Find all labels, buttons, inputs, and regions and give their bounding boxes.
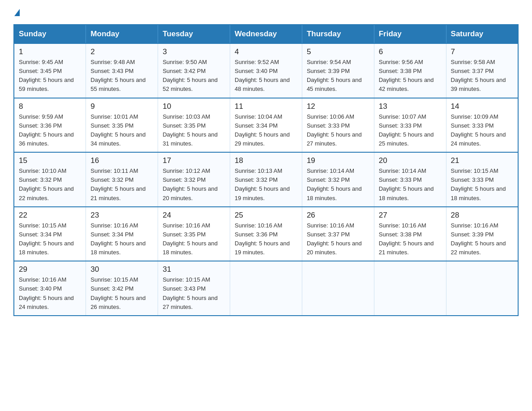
day-number: 21 [451, 156, 513, 165]
calendar-cell: 5Sunrise: 9:54 AMSunset: 3:39 PMDaylight… [302, 43, 374, 98]
calendar-cell: 19Sunrise: 10:14 AMSunset: 3:32 PMDaylig… [302, 152, 374, 207]
calendar-cell: 8Sunrise: 9:59 AMSunset: 3:36 PMDaylight… [14, 98, 86, 153]
day-info: Sunrise: 10:16 AMSunset: 3:34 PMDaylight… [90, 221, 153, 257]
day-number: 17 [163, 156, 225, 165]
calendar-cell: 29Sunrise: 10:16 AMSunset: 3:40 PMDaylig… [14, 261, 86, 316]
calendar-week-row: 8Sunrise: 9:59 AMSunset: 3:36 PMDaylight… [14, 98, 518, 153]
calendar-cell: 11Sunrise: 10:04 AMSunset: 3:34 PMDaylig… [230, 98, 302, 153]
day-info: Sunrise: 9:45 AMSunset: 3:45 PMDaylight:… [19, 58, 81, 94]
day-number: 5 [307, 47, 369, 56]
calendar-cell: 24Sunrise: 10:16 AMSunset: 3:35 PMDaylig… [158, 207, 230, 261]
day-info: Sunrise: 10:16 AMSunset: 3:36 PMDaylight… [235, 221, 297, 257]
logo [13, 9, 21, 16]
day-info: Sunrise: 10:13 AMSunset: 3:32 PMDaylight… [235, 167, 297, 203]
day-number: 28 [451, 211, 513, 220]
calendar-cell: 16Sunrise: 10:11 AMSunset: 3:32 PMDaylig… [86, 152, 158, 207]
day-number: 16 [90, 156, 153, 165]
day-number: 23 [90, 211, 153, 220]
day-info: Sunrise: 9:48 AMSunset: 3:43 PMDaylight:… [90, 58, 153, 94]
day-number: 22 [19, 211, 81, 220]
calendar-week-row: 1Sunrise: 9:45 AMSunset: 3:45 PMDaylight… [14, 43, 518, 98]
header-friday: Friday [374, 25, 446, 43]
day-info: Sunrise: 10:06 AMSunset: 3:33 PMDaylight… [307, 112, 369, 149]
day-info: Sunrise: 10:10 AMSunset: 3:32 PMDaylight… [19, 167, 81, 203]
calendar-cell: 18Sunrise: 10:13 AMSunset: 3:32 PMDaylig… [230, 152, 302, 207]
calendar-cell [302, 261, 374, 316]
day-info: Sunrise: 10:15 AMSunset: 3:33 PMDaylight… [451, 167, 513, 203]
calendar-cell: 12Sunrise: 10:06 AMSunset: 3:33 PMDaylig… [302, 98, 374, 153]
day-number: 20 [379, 156, 442, 165]
day-number: 7 [451, 47, 513, 56]
day-info: Sunrise: 10:15 AMSunset: 3:34 PMDaylight… [19, 221, 81, 257]
calendar-table: Sunday Monday Tuesday Wednesday Thursday… [13, 24, 519, 316]
logo-triangle-icon [14, 9, 20, 16]
calendar-cell: 2Sunrise: 9:48 AMSunset: 3:43 PMDaylight… [86, 43, 158, 98]
header-saturday: Saturday [446, 25, 518, 43]
day-number: 2 [90, 47, 153, 56]
day-info: Sunrise: 9:50 AMSunset: 3:42 PMDaylight:… [163, 58, 225, 94]
calendar-week-row: 22Sunrise: 10:15 AMSunset: 3:34 PMDaylig… [14, 207, 518, 261]
page-header [13, 9, 519, 16]
header-monday: Monday [86, 25, 158, 43]
day-info: Sunrise: 10:16 AMSunset: 3:40 PMDaylight… [19, 275, 81, 312]
calendar-cell: 15Sunrise: 10:10 AMSunset: 3:32 PMDaylig… [14, 152, 86, 207]
day-number: 1 [19, 47, 81, 56]
day-info: Sunrise: 10:14 AMSunset: 3:33 PMDaylight… [379, 167, 442, 203]
day-number: 26 [307, 211, 369, 220]
calendar-week-row: 29Sunrise: 10:16 AMSunset: 3:40 PMDaylig… [14, 261, 518, 316]
day-number: 15 [19, 156, 81, 165]
day-number: 18 [235, 156, 297, 165]
day-info: Sunrise: 10:16 AMSunset: 3:39 PMDaylight… [451, 221, 513, 257]
calendar-week-row: 15Sunrise: 10:10 AMSunset: 3:32 PMDaylig… [14, 152, 518, 207]
day-number: 27 [379, 211, 442, 220]
day-info: Sunrise: 9:56 AMSunset: 3:38 PMDaylight:… [379, 58, 442, 94]
header-sunday: Sunday [14, 25, 86, 43]
day-info: Sunrise: 10:04 AMSunset: 3:34 PMDaylight… [235, 112, 297, 149]
day-number: 3 [163, 47, 225, 56]
header-thursday: Thursday [302, 25, 374, 43]
day-number: 6 [379, 47, 442, 56]
day-info: Sunrise: 9:54 AMSunset: 3:39 PMDaylight:… [307, 58, 369, 94]
day-info: Sunrise: 10:12 AMSunset: 3:32 PMDaylight… [163, 167, 225, 203]
day-number: 24 [163, 211, 225, 220]
day-number: 30 [90, 265, 153, 274]
header-wednesday: Wednesday [230, 25, 302, 43]
calendar-cell: 6Sunrise: 9:56 AMSunset: 3:38 PMDaylight… [374, 43, 446, 98]
calendar-cell [374, 261, 446, 316]
calendar-cell: 14Sunrise: 10:09 AMSunset: 3:33 PMDaylig… [446, 98, 518, 153]
calendar-cell: 27Sunrise: 10:16 AMSunset: 3:38 PMDaylig… [374, 207, 446, 261]
calendar-cell: 3Sunrise: 9:50 AMSunset: 3:42 PMDaylight… [158, 43, 230, 98]
day-number: 4 [235, 47, 297, 56]
calendar-cell: 20Sunrise: 10:14 AMSunset: 3:33 PMDaylig… [374, 152, 446, 207]
calendar-cell: 21Sunrise: 10:15 AMSunset: 3:33 PMDaylig… [446, 152, 518, 207]
calendar-cell: 7Sunrise: 9:58 AMSunset: 3:37 PMDaylight… [446, 43, 518, 98]
weekday-header-row: Sunday Monday Tuesday Wednesday Thursday… [14, 25, 518, 43]
header-tuesday: Tuesday [158, 25, 230, 43]
calendar-cell: 30Sunrise: 10:15 AMSunset: 3:42 PMDaylig… [86, 261, 158, 316]
day-info: Sunrise: 9:59 AMSunset: 3:36 PMDaylight:… [19, 112, 81, 149]
calendar-cell: 25Sunrise: 10:16 AMSunset: 3:36 PMDaylig… [230, 207, 302, 261]
day-number: 9 [90, 102, 153, 111]
day-info: Sunrise: 9:58 AMSunset: 3:37 PMDaylight:… [451, 58, 513, 94]
day-info: Sunrise: 10:03 AMSunset: 3:35 PMDaylight… [163, 112, 225, 149]
calendar-cell: 13Sunrise: 10:07 AMSunset: 3:33 PMDaylig… [374, 98, 446, 153]
day-number: 12 [307, 102, 369, 111]
calendar-cell: 28Sunrise: 10:16 AMSunset: 3:39 PMDaylig… [446, 207, 518, 261]
day-info: Sunrise: 10:09 AMSunset: 3:33 PMDaylight… [451, 112, 513, 149]
calendar-cell: 9Sunrise: 10:01 AMSunset: 3:35 PMDayligh… [86, 98, 158, 153]
calendar-cell: 1Sunrise: 9:45 AMSunset: 3:45 PMDaylight… [14, 43, 86, 98]
day-number: 19 [307, 156, 369, 165]
calendar-cell: 23Sunrise: 10:16 AMSunset: 3:34 PMDaylig… [86, 207, 158, 261]
day-info: Sunrise: 10:16 AMSunset: 3:35 PMDaylight… [163, 221, 225, 257]
day-number: 31 [163, 265, 225, 274]
day-number: 11 [235, 102, 297, 111]
calendar-cell: 17Sunrise: 10:12 AMSunset: 3:32 PMDaylig… [158, 152, 230, 207]
day-info: Sunrise: 9:52 AMSunset: 3:40 PMDaylight:… [235, 58, 297, 94]
logo-text [13, 9, 21, 16]
calendar-cell: 10Sunrise: 10:03 AMSunset: 3:35 PMDaylig… [158, 98, 230, 153]
day-number: 14 [451, 102, 513, 111]
day-info: Sunrise: 10:15 AMSunset: 3:42 PMDaylight… [90, 275, 153, 312]
calendar-cell: 26Sunrise: 10:16 AMSunset: 3:37 PMDaylig… [302, 207, 374, 261]
calendar-cell [230, 261, 302, 316]
calendar-cell: 31Sunrise: 10:15 AMSunset: 3:43 PMDaylig… [158, 261, 230, 316]
